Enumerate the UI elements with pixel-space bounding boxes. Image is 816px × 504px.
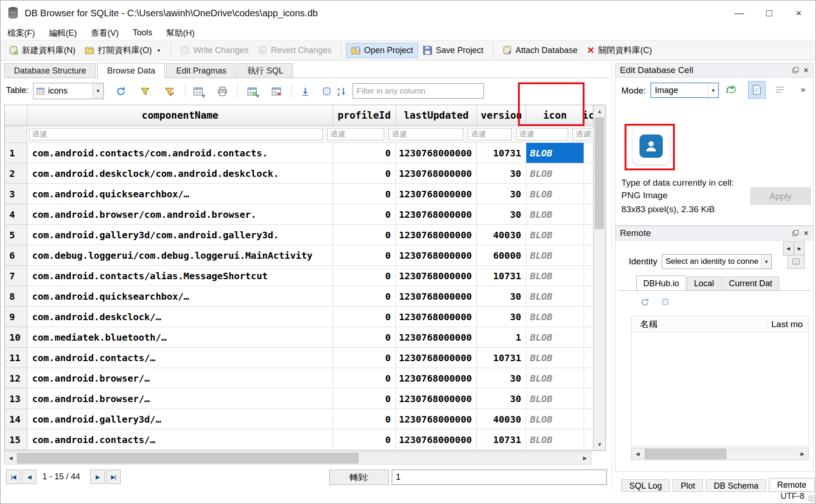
import-data-button[interactable] [723, 82, 739, 98]
column-header-version[interactable]: version [477, 105, 526, 126]
cell-version[interactable]: 30 [477, 163, 526, 184]
cell-profileid[interactable]: 0 [333, 266, 396, 286]
pane-splitter[interactable] [612, 61, 612, 489]
table-select[interactable]: icons ▼ [33, 83, 104, 99]
filter-input-partial[interactable]: 過濾 [572, 128, 591, 141]
menu-file[interactable]: 檔案(F) [0, 27, 42, 39]
float-panel-icon[interactable] [792, 230, 799, 236]
row-number-cell[interactable]: 6 [5, 245, 27, 266]
cell-icon[interactable]: BLOB [526, 245, 584, 266]
next-record-button[interactable]: ▶ [90, 470, 105, 484]
remote-tab-dbhub[interactable]: DBHub.io [636, 276, 686, 291]
horizontal-scroll-thumb[interactable] [17, 453, 359, 464]
cell-version[interactable]: 30 [477, 307, 526, 327]
row-number-cell[interactable]: 1 [5, 143, 27, 163]
filter-cell[interactable]: 過濾 [571, 126, 593, 142]
tab-edit-pragmas[interactable]: Edit Pragmas [166, 63, 236, 78]
cell-version[interactable]: 1 [477, 327, 526, 348]
column-header-lastupdated[interactable]: lastUpdated [396, 105, 477, 126]
scroll-up-arrow[interactable]: ▲ [594, 105, 605, 117]
cell-icon[interactable]: BLOB [526, 225, 584, 245]
edit-filters-button[interactable] [161, 83, 177, 100]
menu-tools[interactable]: Tools [126, 28, 159, 38]
cell-icon[interactable]: BLOB [526, 286, 584, 307]
cell-componentname[interactable]: com.android.deskclock/com.android.deskcl… [27, 163, 333, 184]
cell-extra[interactable] [584, 143, 593, 163]
last-record-button[interactable]: ▶| [106, 470, 121, 484]
print-button[interactable] [214, 83, 231, 100]
filter-input-componentname[interactable]: 過濾 [29, 128, 323, 141]
minimize-button[interactable]: — [724, 0, 754, 26]
scroll-right-arrow[interactable]: ▶ [796, 448, 809, 460]
sort-az-icon[interactable]: AZ [333, 83, 350, 100]
filter-input-profileid[interactable]: 過濾 [327, 128, 384, 141]
row-number-cell[interactable]: 8 [5, 286, 27, 307]
cell-profileid[interactable]: 0 [333, 348, 396, 368]
remote-tab-current[interactable]: Current Dat [722, 276, 779, 290]
cell-version[interactable]: 60000 [477, 245, 526, 266]
column-header-icon[interactable]: icon [526, 105, 584, 126]
row-number-cell[interactable]: 10 [5, 327, 27, 348]
identity-select[interactable]: Select an identity to conne ▼ [662, 254, 772, 269]
cell-lastupdated[interactable]: 1230768000000 [396, 143, 477, 163]
cell-version[interactable]: 40030 [477, 409, 526, 430]
filter-cell[interactable]: 過濾 [466, 126, 514, 142]
row-number-cell[interactable]: 13 [5, 389, 27, 409]
cell-lastupdated[interactable]: 1230768000000 [396, 348, 477, 368]
cell-lastupdated[interactable]: 1230768000000 [396, 225, 477, 245]
cell-icon[interactable]: BLOB [526, 266, 584, 286]
identity-select-arrow[interactable]: ▼ [761, 255, 771, 269]
filter-input-icon[interactable]: 過濾 [516, 128, 568, 141]
cell-version[interactable]: 30 [477, 184, 526, 204]
row-number-cell[interactable]: 15 [5, 430, 27, 450]
open-database-button[interactable]: 打開資料庫(O) ▼ [80, 42, 166, 58]
cell-extra[interactable] [584, 286, 593, 307]
grid-horizontal-scrollbar[interactable]: ◀ ▶ [4, 452, 592, 464]
cell-icon[interactable]: BLOB [526, 204, 584, 225]
cell-lastupdated[interactable]: 1230768000000 [396, 307, 477, 327]
menu-view[interactable]: 查看(V) [84, 27, 126, 39]
row-number-cell[interactable]: 3 [5, 184, 27, 204]
close-panel-icon[interactable]: × [803, 228, 809, 238]
maximize-button[interactable]: □ [754, 0, 784, 26]
cell-componentname[interactable]: com.mediatek.bluetooth/… [27, 327, 333, 348]
attach-database-button[interactable]: Attach Database [498, 43, 582, 58]
cell-extra[interactable] [584, 163, 593, 184]
cell-version[interactable]: 30 [477, 368, 526, 389]
cell-lastupdated[interactable]: 1230768000000 [396, 245, 477, 266]
word-wrap-icon[interactable] [772, 82, 788, 98]
menu-edit[interactable]: 編輯(E) [42, 27, 84, 39]
row-number-cell[interactable]: 14 [5, 409, 27, 430]
dock-tab-plot[interactable]: Plot [673, 479, 703, 492]
remote-column-lastmodified[interactable]: Last mo [768, 319, 803, 329]
tab-database-structure[interactable]: Database Structure [4, 63, 96, 78]
cell-lastupdated[interactable]: 1230768000000 [396, 184, 477, 204]
cell-icon[interactable]: BLOB [526, 348, 584, 368]
dock-tab-remote[interactable]: Remote [769, 478, 814, 492]
tab-browse-data[interactable]: Browse Data [97, 63, 165, 78]
scroll-right-arrow[interactable]: ▶ [579, 452, 591, 464]
column-header-componentname[interactable]: componentName [27, 105, 333, 126]
cell-icon[interactable]: BLOB [526, 430, 584, 450]
open-database-dropdown-arrow[interactable]: ▼ [156, 48, 161, 53]
cell-lastupdated[interactable]: 1230768000000 [396, 389, 477, 409]
cell-profileid[interactable]: 0 [333, 204, 396, 225]
cell-version[interactable]: 10731 [477, 143, 526, 163]
upload-identity-button[interactable] [788, 254, 804, 269]
resize-grip[interactable] [808, 495, 815, 502]
revert-changes-button[interactable]: Revert Changes [253, 43, 336, 58]
menu-help[interactable]: 幫助(H) [159, 27, 202, 39]
remote-column-name[interactable]: 名稱 [632, 316, 768, 332]
cell-profileid[interactable]: 0 [333, 245, 396, 266]
column-header-partial[interactable]: ic [584, 105, 593, 126]
cell-componentname[interactable]: com.debug.loggerui/com.debug.loggerui.Ma… [27, 245, 333, 266]
cell-version[interactable]: 10731 [477, 266, 526, 286]
cell-profileid[interactable]: 0 [333, 184, 396, 204]
cell-extra[interactable] [584, 430, 593, 450]
row-number-cell[interactable]: 7 [5, 266, 27, 286]
cell-extra[interactable] [584, 409, 593, 430]
remote-scroll-thumb[interactable] [645, 449, 727, 459]
cell-profileid[interactable]: 0 [333, 286, 396, 307]
cell-version[interactable]: 30 [477, 389, 526, 409]
mode-select-arrow[interactable]: ▼ [708, 83, 718, 97]
